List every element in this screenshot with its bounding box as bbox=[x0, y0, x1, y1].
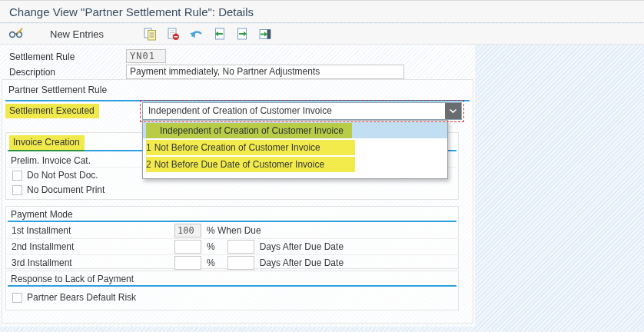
page-title: Change View "Partner Settlement Rule": D… bbox=[9, 5, 254, 18]
invoice-creation-title: Invoice Creation bbox=[9, 135, 85, 151]
other-entry-button[interactable] bbox=[255, 25, 275, 42]
application-toolbar: New Entries bbox=[0, 24, 644, 45]
option-label: Not Before Creation of Customer Invoice bbox=[154, 142, 320, 153]
group-rule-line bbox=[5, 100, 470, 101]
group-title: Partner Settlement Rule bbox=[8, 85, 107, 95]
payment-mode-rule-line bbox=[8, 221, 456, 222]
delete-button[interactable] bbox=[163, 25, 183, 42]
do-not-post-doc-checkbox-row[interactable]: Do Not Post Doc. bbox=[12, 170, 98, 181]
previous-entry-button[interactable] bbox=[209, 25, 229, 42]
dropdown-option[interactable]: 2Not Before Due Date of Customer Invoice bbox=[143, 155, 447, 172]
installment-row: 3rd Installment % Days After Due Date bbox=[7, 255, 457, 271]
next-entry-icon bbox=[236, 28, 249, 41]
days-after-due-label: Days After Due Date bbox=[260, 257, 344, 268]
work-area: Settlement Rule YN01 Description Payment… bbox=[0, 45, 475, 327]
checkbox-label: Partner Bears Default Risk bbox=[27, 292, 136, 303]
delete-icon bbox=[167, 28, 180, 41]
option-prefix: 1 bbox=[146, 140, 151, 155]
settlement-executed-label: Settlement Executed bbox=[5, 104, 99, 118]
partner-settlement-rule-group: Partner Settlement Rule Settlement Execu… bbox=[2, 79, 473, 324]
days-after-due-label: Days After Due Date bbox=[260, 241, 344, 252]
settlement-executed-combobox[interactable]: Independent of Creation of Customer Invo… bbox=[142, 102, 462, 120]
percent-suffix: % bbox=[207, 241, 215, 252]
installment-percent-field[interactable] bbox=[174, 240, 201, 254]
undo-icon bbox=[189, 28, 203, 40]
dropdown-option[interactable]: 1Not Before Creation of Customer Invoice bbox=[143, 138, 447, 155]
installment-label: 3rd Installment bbox=[12, 257, 174, 268]
days-after-due-field[interactable] bbox=[227, 240, 254, 254]
installment-percent-field[interactable]: 100 bbox=[174, 224, 201, 237]
checkbox-unchecked[interactable] bbox=[12, 185, 22, 195]
percent-suffix: % bbox=[207, 257, 215, 268]
sap-window: Change View "Partner Settlement Rule": D… bbox=[0, 0, 644, 332]
checkbox-unchecked[interactable] bbox=[12, 293, 22, 303]
checkbox-unchecked[interactable] bbox=[12, 171, 22, 181]
next-entry-button[interactable] bbox=[232, 25, 252, 42]
option-label: Not Before Due Date of Customer Invoice bbox=[154, 159, 324, 170]
checkbox-label: No Document Print bbox=[27, 184, 105, 195]
description-field[interactable]: Payment immediately, No Partner Adjustme… bbox=[126, 65, 404, 79]
chevron-down-icon[interactable] bbox=[445, 103, 461, 119]
days-after-due-field[interactable] bbox=[227, 256, 254, 270]
option-prefix: 2 bbox=[146, 157, 151, 172]
settlement-rule-field[interactable]: YN01 bbox=[126, 49, 166, 63]
undo-button[interactable] bbox=[186, 25, 206, 42]
response-title: Response to Lack of Payment bbox=[11, 274, 134, 284]
copy-icon bbox=[144, 28, 157, 41]
prelim-invoice-cat-label: Prelim. Invoice Cat. bbox=[11, 155, 91, 166]
checkbox-label: Do Not Post Doc. bbox=[27, 170, 98, 181]
combobox-value: Independent of Creation of Customer Invo… bbox=[143, 103, 445, 119]
display-change-icon bbox=[8, 28, 25, 40]
display-change-button[interactable] bbox=[6, 25, 26, 42]
payment-mode-group: Payment Mode 1st Installment 100 % When … bbox=[5, 206, 459, 269]
installment-label: 2nd Installment bbox=[12, 241, 174, 252]
partner-bears-default-risk-checkbox-row[interactable]: Partner Bears Default Risk bbox=[12, 292, 136, 303]
previous-entry-icon bbox=[213, 28, 226, 41]
no-document-print-checkbox-row[interactable]: No Document Print bbox=[12, 184, 105, 195]
installment-row: 1st Installment 100 % When Due bbox=[7, 223, 457, 239]
new-entries-label: New Entries bbox=[50, 28, 104, 40]
dropdown-option[interactable]: Independent of Creation of Customer Invo… bbox=[143, 121, 447, 138]
installment-label: 1st Installment bbox=[12, 225, 174, 236]
settlement-rule-label: Settlement Rule bbox=[9, 51, 75, 62]
description-label: Description bbox=[9, 67, 55, 78]
option-label: Independent of Creation of Customer Invo… bbox=[160, 125, 344, 136]
installment-percent-field[interactable] bbox=[174, 256, 201, 270]
installment-row: 2nd Installment % Days After Due Date bbox=[7, 239, 457, 255]
new-entries-button[interactable]: New Entries bbox=[41, 25, 112, 42]
response-rule-line bbox=[8, 285, 456, 287]
payment-mode-title: Payment Mode bbox=[11, 209, 73, 220]
response-group: Response to Lack of Payment Partner Bear… bbox=[5, 271, 459, 310]
settlement-executed-dropdown-list: Independent of Creation of Customer Invo… bbox=[142, 120, 448, 179]
other-entry-icon bbox=[258, 28, 272, 41]
percent-suffix: % When Due bbox=[207, 225, 261, 236]
title-bar: Change View "Partner Settlement Rule": D… bbox=[0, 0, 644, 23]
copy-as-button[interactable] bbox=[140, 25, 160, 42]
